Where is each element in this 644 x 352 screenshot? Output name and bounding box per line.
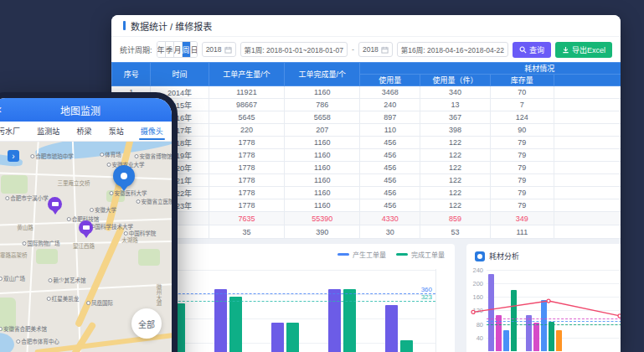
table-cell: 67 [554, 162, 621, 174]
column-subheader: 水量 [554, 75, 621, 86]
table-cell: 1778 [209, 162, 284, 174]
legend-item[interactable]: 完成工单量 [396, 250, 445, 259]
period-option-周[interactable]: 周 [183, 42, 191, 57]
table-cell: 340 [420, 86, 490, 99]
bar-created [385, 305, 398, 352]
table-cell: 122 [420, 149, 490, 162]
year-start-select[interactable]: 2018 [202, 42, 236, 57]
pie-chart-icon [475, 251, 485, 261]
average-row: 平均值353903053111141 [112, 225, 621, 239]
table-cell: 79 [490, 199, 554, 212]
table-cell: 786 [285, 99, 360, 111]
map-poi-label: 安徽省博物馆 [135, 152, 173, 160]
table-cell: 79 [490, 187, 554, 199]
table-cell: 3468 [360, 86, 420, 99]
calendar-icon [224, 46, 232, 54]
back-icon[interactable]: ‹ [0, 101, 2, 116]
table-cell: 122 [420, 174, 490, 187]
map-poi-label: 体育场 [100, 150, 121, 158]
table-cell: 1160 [285, 162, 360, 174]
week-start-input[interactable]: 第1周: 2018-01-01~2018-01-07 [240, 42, 348, 57]
bar-created [271, 323, 284, 352]
report-table: 序号时间工单产生量/个工单完成量/个耗材情况使用量使用量（件）库存量水量1201… [111, 62, 621, 239]
table-cell: 250 [554, 86, 621, 99]
period-option-月[interactable]: 月 [174, 42, 183, 57]
map-poi-label: 合肥市琥珀中学 [30, 152, 74, 160]
bar-completed [229, 297, 242, 352]
map-park [1, 175, 28, 194]
table-cell: 207 [285, 124, 360, 137]
table-cell: 456 [360, 149, 420, 162]
map-poi-label: 合肥市体育中心 [16, 337, 59, 345]
camera-pin[interactable] [48, 197, 62, 211]
tab-污水厂[interactable]: 污水厂 [0, 122, 22, 141]
table-cell: 55390 [285, 212, 360, 225]
table-cell: 90 [490, 124, 554, 137]
download-icon [562, 46, 569, 54]
table-cell: 1778 [209, 187, 284, 199]
table-cell: 7 [490, 99, 554, 111]
tab-监测站[interactable]: 监测站 [35, 122, 61, 141]
year-end-select[interactable]: 2018 [358, 42, 393, 57]
table-row: 92022年177811604561227967 [112, 187, 621, 199]
breadcrumb-text: 数据统计 / 维修报表 [131, 19, 212, 33]
poi-icon [90, 208, 94, 212]
phone-screen: ‹ 地图监测 污水厂监测站桥梁泵站摄像头 [0, 98, 172, 352]
map-pin-selected[interactable] [113, 165, 135, 187]
map-poi-label: 安徽大学 [90, 205, 116, 214]
column-header: 工单完成量/个 [285, 63, 360, 86]
year-start-value: 2018 [206, 45, 222, 54]
tab-泵站[interactable]: 泵站 [107, 122, 126, 141]
table-cell: 4330 [360, 212, 420, 225]
camera-pin[interactable] [79, 220, 93, 235]
table-cell: 456 [360, 174, 420, 187]
table-cell: 122 [420, 137, 490, 149]
poi-icon [0, 277, 3, 281]
bar-completed [286, 323, 299, 352]
table-cell: 456 [360, 137, 420, 149]
query-button[interactable]: 查询 [513, 42, 551, 58]
map-road-label: 金寨路高架桥 [0, 251, 28, 259]
app-tab-bar: 污水厂监测站桥梁泵站摄像头 [0, 122, 172, 142]
legend-item[interactable]: 产生工单量 [337, 250, 386, 259]
reference-line-label: 360 [421, 286, 432, 293]
map-all-button[interactable]: 全部 [131, 308, 162, 339]
table-cell: 456 [360, 199, 420, 212]
column-header: 序号 [112, 63, 151, 86]
table-cell: 1160 [285, 199, 360, 212]
breadcrumb: 数据统计 / 维修报表 [111, 15, 621, 37]
consumables-chart-header: 耗材分析 [475, 251, 519, 261]
table-cell: 7635 [209, 212, 284, 225]
table-row: 72020年177811604561227967 [112, 162, 621, 174]
poi-icon [16, 339, 20, 344]
map-poi-label: 合肥市宁溪小学 [5, 194, 49, 202]
map-poi-label: 安徽省合肥美术馆 [0, 324, 47, 333]
table-cell: 13 [420, 99, 490, 111]
poi-icon [124, 231, 128, 236]
calendar-icon [381, 46, 389, 54]
map-road [0, 283, 172, 295]
poi-icon [5, 196, 9, 200]
app-title: 地图监测 [60, 103, 100, 117]
table-row: 32016年56455658897367124129 [112, 111, 621, 124]
map-expand-button[interactable]: › [8, 150, 19, 162]
table-cell: 122 [420, 199, 490, 212]
table-cell: 19 [554, 124, 621, 137]
export-excel-button[interactable]: 导出Excel [555, 42, 612, 58]
legend-swatch [337, 253, 349, 256]
table-row: 12014年119211160346834070250 [112, 86, 621, 99]
tab-桥梁[interactable]: 桥梁 [75, 122, 93, 141]
period-option-年[interactable]: 年 [157, 42, 166, 57]
map-canvas[interactable]: › 全部 合肥市琥珀中学体育场安徽农业大学安徽省博物馆三里庵立交桥合肥市宁溪小学… [0, 142, 172, 352]
table-cell: 390 [285, 225, 360, 239]
week-end-input[interactable]: 第16周: 2018-04-16~2018-04-22 [397, 42, 508, 57]
poi-icon [100, 153, 104, 157]
search-icon [519, 46, 527, 54]
breadcrumb-accent-bar [123, 21, 126, 30]
table-cell: 1778 [209, 149, 284, 162]
table-cell: 67 [554, 199, 621, 212]
table-cell: 220 [209, 124, 284, 137]
period-option-日[interactable]: 日 [191, 42, 198, 57]
tab-摄像头[interactable]: 摄像头 [139, 122, 165, 141]
period-option-季[interactable]: 季 [166, 42, 174, 57]
